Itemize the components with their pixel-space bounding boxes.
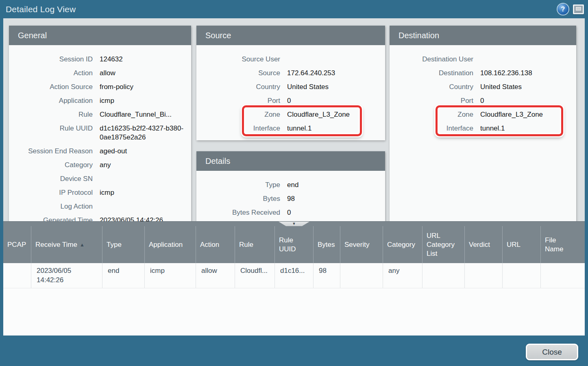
field-label: Source [196, 69, 280, 78]
field-row-generated-time: Generated Time2023/06/05 14:42:26 [9, 214, 187, 221]
field-label: Action Source [9, 83, 93, 92]
source-panel: Source Source User Source172.64.240.253 … [196, 26, 385, 140]
field-value: Cloudflare_Tunnel_Bi... [100, 110, 172, 119]
field-label: Rule UUID [9, 124, 93, 142]
field-row-log-action: Log Action [9, 200, 187, 214]
field-label: Destination [390, 69, 473, 78]
field-label: Session End Reason [9, 147, 93, 156]
field-label: Zone [390, 110, 473, 119]
column-header-rule[interactable]: Rule [235, 226, 274, 263]
column-header-category[interactable]: Category [383, 226, 422, 263]
column-header-rule-uuid[interactable]: Rule UUID [274, 226, 313, 263]
field-value: from-policy [100, 83, 133, 92]
field-label: Destination User [390, 55, 473, 64]
field-row-country: CountryUnited States [390, 80, 572, 94]
cell-url-category-list [422, 263, 464, 288]
field-value: 108.162.236.138 [480, 69, 532, 78]
field-label: Bytes [196, 194, 280, 203]
column-header-verdict[interactable]: Verdict [464, 226, 502, 263]
field-row-action: Actionallow [9, 66, 187, 80]
field-value: 124632 [100, 55, 123, 64]
field-row-rule: RuleCloudflare_Tunnel_Bi... [9, 108, 187, 122]
field-row-ip-protocol: IP Protocolicmp [9, 186, 187, 200]
field-label: Country [196, 83, 280, 92]
field-value: end [287, 181, 298, 190]
cell-application: icmp [144, 263, 196, 288]
field-label: Type [196, 181, 280, 190]
field-row-interface: Interfacetunnel.1 [390, 122, 572, 135]
field-row-bytes-received: Bytes Received0 [196, 206, 381, 220]
field-label: Application [9, 96, 93, 105]
column-header-receive-time[interactable]: Receive Time▲ [31, 226, 102, 263]
field-value: Cloudflare_L3_Zone [287, 110, 350, 119]
column-header-severity[interactable]: Severity [340, 226, 383, 263]
field-row-action-source: Action Sourcefrom-policy [9, 80, 187, 94]
field-label: Interface [390, 124, 473, 133]
column-header-pcap[interactable]: PCAP [3, 226, 31, 263]
field-label: Log Action [9, 202, 93, 211]
help-icon[interactable]: ? [558, 4, 568, 15]
destination-panel: Destination Destination User Destination… [390, 26, 576, 221]
cell-file-name [540, 263, 585, 288]
cell-action: allow [196, 263, 235, 288]
field-label: Generated Time [9, 216, 93, 221]
column-header-type[interactable]: Type [102, 226, 144, 263]
destination-panel-body: Destination User Destination108.162.236.… [390, 45, 576, 139]
column-header-label: Receive Time [35, 240, 77, 249]
log-table-row[interactable]: 2023/06/05 14:42:26 end icmp allow Cloud… [3, 263, 585, 288]
column-header-action[interactable]: Action [196, 226, 235, 263]
dialog-title: Detailed Log View [6, 4, 76, 14]
field-value: 98 [287, 194, 295, 203]
dialog-footer: Close [0, 336, 588, 366]
panel-table-splitter: ▼ [3, 221, 585, 226]
field-value: 2023/06/05 14:42:26 [100, 216, 163, 221]
sort-ascending-icon: ▲ [80, 240, 85, 249]
cell-rule: Cloudfl... [235, 263, 274, 288]
details-panel-body: Typeend Bytes98 Bytes Received0 [196, 171, 385, 221]
field-row-source-user: Source User [196, 52, 381, 66]
field-value: any [100, 161, 111, 170]
general-panel-title: General [9, 26, 191, 45]
column-header-application[interactable]: Application [144, 226, 196, 263]
log-table-header: PCAP Receive Time▲ Type Application Acti… [3, 226, 585, 263]
column-header-url-category-list[interactable]: URL Category List [422, 226, 464, 263]
field-label: Port [196, 96, 280, 105]
field-label: Category [9, 161, 93, 170]
field-label: IP Protocol [9, 188, 93, 197]
field-value: icmp [100, 96, 114, 105]
field-value: United States [480, 83, 522, 92]
column-header-file-name[interactable]: File Name [540, 226, 585, 263]
field-row-bytes: Bytes98 [196, 192, 381, 206]
source-panel-title: Source [196, 26, 385, 45]
field-label: Action [9, 69, 93, 78]
field-row-device-sn: Device SN [9, 172, 187, 186]
close-button[interactable]: Close [526, 344, 578, 360]
field-row-application: Applicationicmp [9, 94, 187, 108]
source-panel-body: Source User Source172.64.240.253 Country… [196, 45, 385, 139]
field-value: tunnel.1 [480, 124, 505, 133]
field-row-port: Port0 [390, 94, 572, 108]
field-row-type: Typeend [196, 178, 381, 192]
field-value: 0 [480, 96, 484, 105]
general-panel: General Session ID124632 Actionallow Act… [9, 26, 191, 221]
cell-type: end [102, 263, 144, 288]
field-value: Cloudflare_L3_Zone [480, 110, 543, 119]
splitter-collapse-handle[interactable]: ▼ [279, 222, 309, 226]
field-row-destination: Destination108.162.236.138 [390, 66, 572, 80]
field-label: Rule [9, 110, 93, 119]
log-detail-panels-area: General Session ID124632 Actionallow Act… [3, 18, 585, 221]
field-value: 0 [287, 96, 291, 105]
column-header-bytes[interactable]: Bytes [313, 226, 340, 263]
destination-panel-title: Destination [390, 26, 576, 45]
column-header-url[interactable]: URL [502, 226, 540, 263]
field-row-country: CountryUnited States [196, 80, 381, 94]
cell-verdict [464, 263, 502, 288]
field-label: Bytes Received [196, 208, 280, 217]
field-row-port: Port0 [196, 94, 381, 108]
window-restore-icon[interactable] [573, 4, 584, 14]
field-label: Source User [196, 55, 280, 64]
field-value: 172.64.240.253 [287, 69, 335, 78]
field-row-zone: ZoneCloudflare_L3_Zone [196, 108, 381, 122]
field-value: 0 [287, 208, 291, 217]
field-value: tunnel.1 [287, 124, 312, 133]
